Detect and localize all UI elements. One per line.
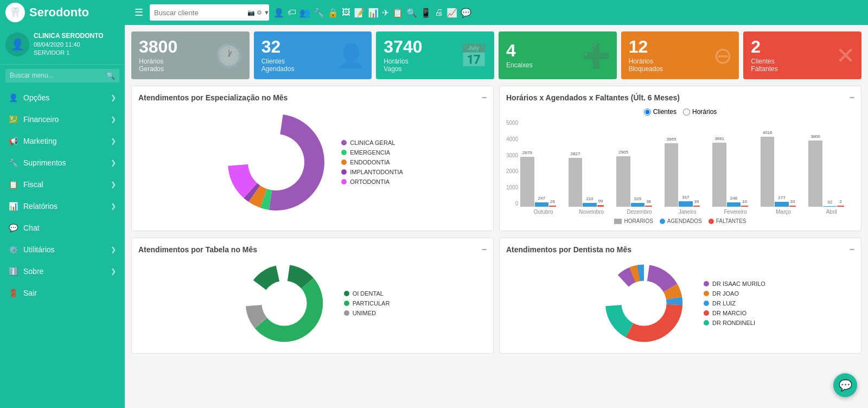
sidebar-item-chat[interactable]: 💬Chat [0, 217, 125, 239]
chart-horarios-header: Horários x Agendados x Faltantes (Últ. 6… [506, 93, 854, 103]
bar-faltantes-6: 2 [837, 206, 844, 207]
nav-btn-14[interactable]: 📈 [446, 8, 457, 18]
bar-value-horarios-1: 2827 [571, 151, 580, 156]
legend-clinica-geral: CLINICA GERAL [341, 139, 403, 146]
settings-icon: ⚙ [257, 9, 262, 16]
nav-btn-3[interactable]: 👥 [299, 8, 310, 18]
encaixes-number: 4 [506, 42, 533, 59]
sidebar-item-relatorios[interactable]: 📊Relatórios ❯ [0, 195, 125, 217]
bar-horarios-6: 3800 [808, 141, 822, 207]
y-tick-3000: 3000 [506, 152, 518, 158]
chart-especializacao-minimize[interactable]: − [482, 93, 487, 103]
horarios-vagos-number: 3740 [384, 38, 422, 55]
radio-horarios-input[interactable] [683, 109, 690, 116]
horarios-rect [614, 219, 622, 224]
bar-agendados-4: 246 [727, 202, 741, 207]
bar-horarios-2: 2905 [616, 156, 630, 207]
legend-horarios: HORÁRIOS [614, 218, 653, 224]
dr-rondineli-label: DR RONDINELI [712, 320, 755, 326]
clientes-agendados-label: ClientesAgendados [261, 58, 295, 73]
bar-value-agendados-6: 32 [827, 200, 832, 205]
ortodontia-label: ORTODONTIA [350, 178, 390, 185]
sidebar-item-marketing[interactable]: 📢Marketing ❯ [0, 130, 125, 152]
nav-btn-6[interactable]: 🖼 [342, 8, 350, 17]
sidebar-item-suprimentos[interactable]: 🔧Suprimentos ❯ [0, 152, 125, 174]
horarios-bloqueados-number: 12 [629, 38, 663, 55]
nav-btn-2[interactable]: 🏷 [288, 8, 296, 17]
legend-faltantes: FALTANTES [709, 218, 746, 224]
chart-tabela-header: Atendimentos por Tabela no Mês − [138, 245, 487, 254]
sidebar-search-input[interactable] [10, 72, 106, 79]
sair-icon: 🚪 [9, 289, 18, 297]
chat-fab-button[interactable]: 💬 [833, 373, 857, 397]
bar-agendados-6: 32 [823, 206, 837, 207]
donut-dentista-svg [595, 260, 693, 347]
radio-horarios[interactable]: Horários [683, 108, 717, 116]
nav-btn-9[interactable]: ✈ [382, 8, 389, 18]
donut-especializacao-container: CLINICA GERAL EMERGENCIA ENDODONTIA [138, 108, 487, 216]
user-server: SERVIDOR 1 [34, 49, 104, 57]
ortodontia-dot [341, 179, 347, 184]
nav-btn-13[interactable]: 🖨 [435, 8, 443, 17]
chat-icon: 💬 [9, 224, 18, 232]
horarios-gerados-icon: 🕐 [215, 42, 243, 69]
sidebar-item-financeiro[interactable]: 💹Financeiro ❯ [0, 109, 125, 130]
x-tick-Abril: Abril [808, 209, 854, 215]
sidebar-item-sobre[interactable]: ℹ️Sobre ❯ [0, 260, 125, 282]
nav-btn-8[interactable]: 📊 [368, 8, 379, 18]
bar-group-Fevereiro: 368124610 [712, 143, 758, 207]
bar-group-Janeiro: 366531739 [665, 143, 711, 207]
bar-faltantes-4: 10 [741, 206, 748, 207]
nav-btn-5[interactable]: 🔒 [328, 8, 339, 18]
user-section: 👤 CLINICA SERODONTO 08/04/2020 11:40 SER… [0, 25, 125, 65]
bar-agendados-5: 277 [775, 202, 788, 207]
top-search-input[interactable] [154, 9, 245, 17]
encaixes-icon: ➕ [582, 42, 610, 69]
bar-chart-radio-controls: Clientes Horários [506, 108, 854, 116]
radio-clientes[interactable]: Clientes [644, 108, 676, 116]
nav-btn-1[interactable]: 👤 [273, 8, 284, 18]
svg-point-9 [261, 280, 307, 326]
encaixes-label: Encaixes [506, 61, 533, 69]
chart-tabela-minimize[interactable]: − [482, 245, 487, 254]
nav-btn-7[interactable]: 📝 [354, 8, 365, 18]
clientes-faltantes-icon: ✕ [836, 42, 855, 69]
sidebar-item-sair[interactable]: 🚪Sair [0, 282, 125, 304]
nav-btn-4[interactable]: 🔧 [314, 8, 324, 18]
top-search-bar: 📷 ⚙ ▼ [150, 4, 269, 21]
nav-btn-11[interactable]: 🔍 [406, 8, 417, 18]
nav-btn-10[interactable]: 📋 [392, 8, 403, 18]
stat-card-clientes-faltantes: 2 ClientesFaltantes ✕ [743, 31, 861, 79]
bar-value-faltantes-4: 10 [742, 199, 747, 204]
logo-icon: 🦷 [5, 3, 25, 22]
horarios-legend-label: HORÁRIOS [624, 218, 653, 224]
radio-clientes-input[interactable] [644, 109, 651, 116]
bar-chart-full: 0 1000 2000 3000 4000 5000 2879247262827… [506, 120, 854, 215]
sidebar-item-utilitarios[interactable]: ⚙️Utilitários ❯ [0, 239, 125, 260]
bar-group-Março: 401627733 [761, 137, 807, 207]
donut-dentista-container: DR ISAAC MURILO DR JOAO DR LUIZ DR [506, 260, 854, 347]
y-tick-4000: 4000 [506, 136, 518, 142]
unimed-dot [344, 310, 349, 316]
bar-value-horarios-5: 4016 [763, 130, 773, 135]
bar-value-horarios-0: 2879 [522, 150, 532, 155]
chart-dentista-minimize[interactable]: − [850, 245, 854, 254]
dr-marcio-label: DR MARCIO [712, 310, 746, 316]
relatorios-arrow: ❯ [111, 202, 116, 210]
chart-tabela: Atendimentos por Tabela no Mês − OI DENT… [131, 238, 494, 354]
relatorios-icon: 📊 [9, 202, 18, 211]
sidebar-search-icon: 🔍 [106, 72, 115, 80]
user-info: CLINICA SERODONTO 08/04/2020 11:40 SERVI… [34, 31, 104, 58]
donut-especializacao-svg [222, 108, 330, 216]
svg-point-15 [621, 280, 666, 326]
bar-value-horarios-2: 2905 [618, 150, 628, 155]
chart-horarios-minimize[interactable]: − [850, 93, 854, 103]
nav-btn-15[interactable]: 💬 [461, 8, 471, 18]
bar-horarios-5: 4016 [761, 137, 774, 207]
nav-btn-12[interactable]: 📱 [420, 8, 431, 18]
sidebar-item-fiscal[interactable]: 📋Fiscal ❯ [0, 174, 125, 195]
dr-joao-label: DR JOAO [712, 290, 739, 297]
bar-value-horarios-4: 3681 [714, 136, 724, 141]
sidebar-item-opcoes[interactable]: 👤Opções ❯ [0, 87, 125, 109]
hamburger-button[interactable]: ☰ [135, 7, 143, 18]
